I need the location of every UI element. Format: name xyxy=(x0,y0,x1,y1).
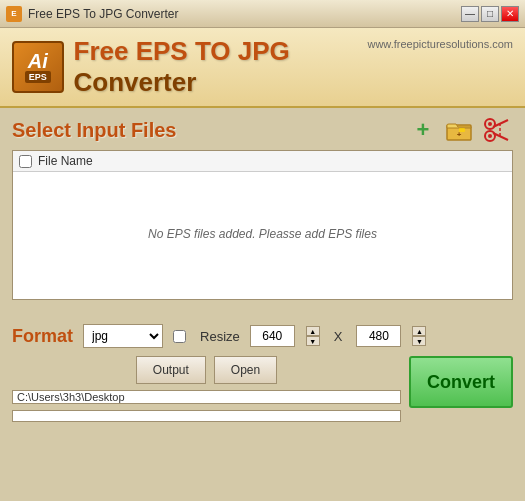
title-bar-controls: — □ ✕ xyxy=(461,6,519,22)
logo-ai-text: Ai xyxy=(28,51,48,71)
file-list-empty-message: No EPS files added. Pleasse add EPS file… xyxy=(13,172,512,296)
main-content: Select Input Files + + xyxy=(0,108,525,318)
logo: Ai EPS xyxy=(12,41,64,93)
select-all-checkbox[interactable] xyxy=(19,155,32,168)
width-spin-up[interactable]: ▲ xyxy=(306,326,320,336)
close-button[interactable]: ✕ xyxy=(501,6,519,22)
logo-eps-text: EPS xyxy=(25,71,51,83)
output-button[interactable]: Output xyxy=(136,356,206,384)
maximize-button[interactable]: □ xyxy=(481,6,499,22)
resize-height-spinner: ▲ ▼ xyxy=(412,326,426,346)
output-convert-row: Output Open Convert xyxy=(12,356,513,422)
add-file-button[interactable]: + xyxy=(409,116,437,144)
mid-buttons: Output Open xyxy=(12,356,401,384)
minimize-button[interactable]: — xyxy=(461,6,479,22)
x-separator: X xyxy=(334,329,343,344)
title-eps: EPS xyxy=(136,36,195,66)
resize-width-spinner: ▲ ▼ xyxy=(306,326,320,346)
header-left: Ai EPS Free EPS TO JPG Converter xyxy=(12,36,367,98)
format-row: Format jpg png bmp tiff Resize ▲ ▼ X ▲ ▼ xyxy=(12,324,513,348)
title-jpg: JPG xyxy=(238,36,290,66)
add-folder-button[interactable]: + xyxy=(443,116,475,144)
select-icons: + + xyxy=(409,116,513,144)
resize-width-input[interactable] xyxy=(250,325,295,347)
file-list-header: File Name xyxy=(13,151,512,172)
svg-text:+: + xyxy=(457,130,462,139)
title-free: Free xyxy=(74,36,136,66)
title-converter: Converter xyxy=(74,67,197,97)
select-label: Select Input Files xyxy=(12,119,176,142)
resize-checkbox[interactable] xyxy=(173,330,186,343)
delete-icon xyxy=(482,116,512,144)
format-label: Format xyxy=(12,326,73,347)
height-spin-up[interactable]: ▲ xyxy=(412,326,426,336)
header-title: Free EPS TO JPG Converter xyxy=(74,36,368,98)
resize-label: Resize xyxy=(200,329,240,344)
format-select[interactable]: jpg png bmp tiff xyxy=(83,324,163,348)
output-left: Output Open xyxy=(12,356,401,422)
select-row: Select Input Files + + xyxy=(12,116,513,144)
folder-icon: + xyxy=(445,118,473,142)
filename-column-header: File Name xyxy=(38,154,93,168)
open-button[interactable]: Open xyxy=(214,356,277,384)
svg-point-8 xyxy=(488,122,492,126)
website-url: www.freepicturesolutions.com xyxy=(367,36,513,50)
app-icon: E xyxy=(6,6,22,22)
svg-point-9 xyxy=(488,134,492,138)
output-path-input[interactable] xyxy=(12,390,401,404)
resize-height-input[interactable] xyxy=(356,325,401,347)
height-spin-down[interactable]: ▼ xyxy=(412,336,426,346)
progress-bar-container xyxy=(12,410,401,422)
title-bar: E Free EPS To JPG Converter — □ ✕ xyxy=(0,0,525,28)
bottom-controls: Format jpg png bmp tiff Resize ▲ ▼ X ▲ ▼… xyxy=(0,318,525,428)
convert-button[interactable]: Convert xyxy=(409,356,513,408)
width-spin-down[interactable]: ▼ xyxy=(306,336,320,346)
title-to: TO xyxy=(195,36,238,66)
window-title: Free EPS To JPG Converter xyxy=(28,7,179,21)
title-bar-left: E Free EPS To JPG Converter xyxy=(6,6,179,22)
header: Ai EPS Free EPS TO JPG Converter www.fre… xyxy=(0,28,525,108)
delete-files-button[interactable] xyxy=(481,116,513,144)
file-list: File Name No EPS files added. Pleasse ad… xyxy=(12,150,513,300)
